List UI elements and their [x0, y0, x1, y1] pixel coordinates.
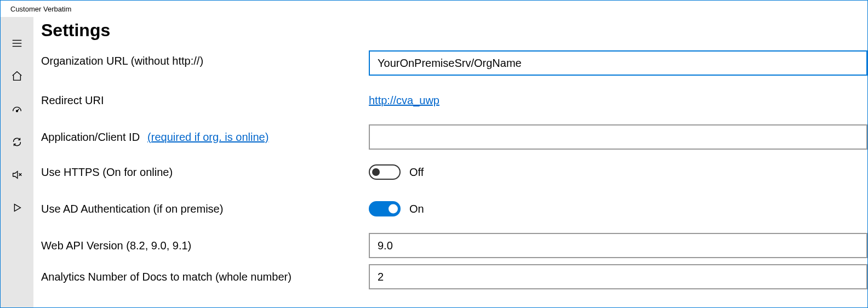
- redirect-uri-link[interactable]: http://cva_uwp: [369, 94, 439, 107]
- label-web-api-version: Web API Version (8.2, 9.0, 9.1): [41, 239, 191, 252]
- use-ad-auth-toggle[interactable]: [369, 201, 401, 216]
- refresh-icon: [11, 136, 23, 150]
- row-redirect-uri: Redirect URI http://cva_uwp: [41, 81, 867, 119]
- app-body: Settings Organization URL (without http:…: [1, 17, 867, 307]
- label-redirect-uri: Redirect URI: [41, 94, 104, 107]
- window-title: Customer Verbatim: [10, 5, 71, 13]
- sidebar-menu-button[interactable]: [1, 28, 33, 61]
- label-analytics-docs: Analytics Number of Docs to match (whole…: [41, 271, 292, 283]
- page-title: Settings: [41, 20, 867, 41]
- toggle-knob: [372, 168, 380, 176]
- label-client-id: Application/Client ID: [41, 131, 140, 144]
- client-id-hint-link[interactable]: (required if org. is online): [147, 131, 269, 144]
- use-https-toggle[interactable]: [369, 164, 401, 180]
- sidebar-refresh-button[interactable]: [1, 127, 33, 159]
- row-client-id: Application/Client ID (required if org. …: [41, 119, 867, 155]
- label-use-https: Use HTTPS (On for online): [41, 166, 173, 179]
- play-icon: [11, 202, 23, 216]
- analytics-docs-input[interactable]: [369, 264, 867, 289]
- home-icon: [11, 70, 23, 84]
- toggle-knob: [389, 204, 398, 214]
- org-url-input[interactable]: [369, 50, 867, 76]
- web-api-version-input[interactable]: [369, 233, 867, 258]
- gauge-icon: [11, 103, 23, 117]
- sidebar: [1, 17, 33, 307]
- label-org-url: Organization URL (without http://): [41, 55, 203, 67]
- speaker-mute-icon: [11, 169, 23, 183]
- sidebar-gauge-button[interactable]: [1, 94, 33, 127]
- titlebar: Customer Verbatim: [1, 1, 867, 17]
- row-use-ad-auth: Use AD Authentication (if on premise) On: [41, 190, 867, 228]
- app-window: Customer Verbatim: [0, 0, 868, 308]
- use-https-state: Off: [409, 166, 424, 179]
- sidebar-play-button[interactable]: [1, 192, 33, 225]
- row-org-url: Organization URL (without http://): [41, 50, 867, 81]
- client-id-input[interactable]: [369, 124, 867, 150]
- hamburger-icon: [11, 37, 23, 52]
- svg-marker-7: [14, 204, 20, 212]
- sidebar-home-button[interactable]: [1, 61, 33, 94]
- label-use-ad-auth: Use AD Authentication (if on premise): [41, 203, 223, 215]
- row-analytics-docs: Analytics Number of Docs to match (whole…: [41, 263, 867, 290]
- row-use-https: Use HTTPS (On for online) Off: [41, 155, 867, 190]
- settings-form: Organization URL (without http://) Redir…: [41, 50, 867, 290]
- row-web-api-version: Web API Version (8.2, 9.0, 9.1): [41, 228, 867, 263]
- use-ad-auth-state: On: [409, 203, 424, 215]
- sidebar-mute-button[interactable]: [1, 159, 33, 192]
- main-content: Settings Organization URL (without http:…: [33, 17, 867, 307]
